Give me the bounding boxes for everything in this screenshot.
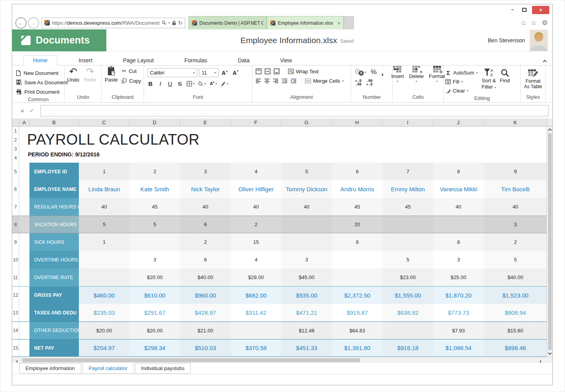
cell-G8[interactable] <box>281 216 332 233</box>
search-icon[interactable] <box>162 20 166 25</box>
comma-style-button[interactable]: , <box>381 70 383 74</box>
cell-F10[interactable]: 4 <box>231 251 281 269</box>
strikethrough-button[interactable]: S <box>177 80 183 87</box>
column-header-G[interactable]: G <box>281 118 332 126</box>
cell-E7[interactable]: 40 <box>180 198 231 216</box>
row-label-12[interactable]: GROSS PAY <box>29 287 79 304</box>
close-button[interactable]: × <box>532 6 549 14</box>
cell-F12[interactable]: $682.00 <box>231 287 281 304</box>
sort-filter-button[interactable]: AZ Sort & Filter ▾ <box>482 68 496 95</box>
cell-K9[interactable]: 2 <box>484 233 547 251</box>
cell-J12[interactable]: $1,870.20 <box>433 287 484 304</box>
cell-D15[interactable]: $298.34 <box>129 339 180 356</box>
cell-G13[interactable]: $471.21 <box>281 304 332 321</box>
cell-H15[interactable]: $1,391.80 <box>332 339 383 356</box>
increase-indent-button[interactable] <box>290 78 297 83</box>
cell-D14[interactable]: $20.00 <box>129 322 180 339</box>
cell-J10[interactable]: 3 <box>433 251 484 269</box>
align-top-button[interactable] <box>255 68 262 74</box>
cell-F7[interactable]: 40 <box>231 198 281 216</box>
cell-H13[interactable]: $915.87 <box>332 304 383 321</box>
row-label-15[interactable]: NET PAY <box>29 339 79 356</box>
cell-I15[interactable]: $916.18 <box>383 339 433 356</box>
align-bottom-button[interactable] <box>273 68 280 74</box>
ribbon-collapse-icon[interactable] <box>543 60 547 64</box>
undo-button[interactable]: ↶ Undo <box>67 66 79 94</box>
vertical-scroll-thumb[interactable] <box>548 133 552 350</box>
cell-E6[interactable]: Nick Taylor <box>180 180 231 198</box>
cell-K12[interactable]: $1,523.00 <box>484 287 547 304</box>
column-header-B[interactable]: B <box>29 118 79 126</box>
cell-G9[interactable] <box>281 233 332 251</box>
bold-button[interactable]: B <box>147 80 154 87</box>
ribbon-tab-data[interactable]: Data <box>228 56 259 65</box>
cell-A7[interactable] <box>19 198 29 216</box>
cell-F5[interactable]: 4 <box>231 163 281 180</box>
cell-J5[interactable]: 8 <box>433 163 484 180</box>
cell-I9[interactable] <box>383 233 433 251</box>
highlight-button[interactable]: ▾ <box>220 81 228 87</box>
cell-H10[interactable] <box>332 251 383 269</box>
row-header-13[interactable]: 13 <box>12 304 19 321</box>
browser-tab-employee-information[interactable]: Employee Information.xlsx × <box>267 16 344 29</box>
scroll-right-icon[interactable]: › <box>539 358 541 364</box>
column-header-J[interactable]: J <box>433 118 484 126</box>
font-family-select[interactable]: Calibri ▾ <box>147 68 197 77</box>
maximize-button[interactable] <box>522 8 527 12</box>
cancel-entry-icon[interactable]: × <box>18 107 27 114</box>
row-label-6[interactable]: EMPLOYEE NAME <box>29 180 79 198</box>
copy-button[interactable]: Copy <box>122 76 141 85</box>
cell-E9[interactable]: 2 <box>180 233 231 251</box>
cell-J9[interactable]: 8 <box>433 233 484 251</box>
cell-C15[interactable]: $204.97 <box>79 339 129 356</box>
row-header-2[interactable]: 2 <box>12 136 19 145</box>
row-label-14[interactable]: OTHER DEDUCTION <box>29 322 79 339</box>
row-label-10[interactable]: OVERTIME HOURS <box>29 251 79 269</box>
cell-E12[interactable]: $960.00 <box>180 287 231 304</box>
formula-input[interactable] <box>40 105 549 116</box>
cell-I13[interactable]: $638.82 <box>383 304 433 321</box>
cell-C5[interactable]: 1 <box>79 163 129 180</box>
cell-K14[interactable]: $15.60 <box>484 322 547 339</box>
cell-K10[interactable]: 5 <box>484 251 547 269</box>
cell-I14[interactable] <box>383 322 433 339</box>
cell-J6[interactable]: Vanessa Mikki <box>433 180 484 198</box>
cell-I6[interactable]: Emmy Milton <box>383 180 433 198</box>
cell-A6[interactable] <box>19 180 29 198</box>
cell-J13[interactable]: $773.73 <box>433 304 484 321</box>
cell-D9[interactable] <box>129 233 180 251</box>
address-dropdown-icon[interactable]: ▾ <box>168 21 170 25</box>
cell-C6[interactable]: Linda Braun <box>79 180 129 198</box>
accounting-format-button[interactable]: € $ ▾ <box>355 69 366 76</box>
cell-I7[interactable]: 45 <box>383 198 433 216</box>
cell-C14[interactable]: $20.00 <box>79 322 129 339</box>
print-document-button[interactable]: ? Print Document <box>15 87 61 96</box>
cell-H14[interactable]: $64.83 <box>332 322 383 339</box>
row-label-9[interactable]: SICK HOURS <box>29 233 79 251</box>
increase-decimal-button[interactable]: +.0.00 <box>355 79 361 86</box>
cell-K7[interactable]: 40 <box>484 198 547 216</box>
row-header-4[interactable]: 4 <box>12 154 19 163</box>
new-document-button[interactable]: New Document <box>15 68 61 78</box>
cell-A13[interactable] <box>19 304 29 321</box>
column-header-D[interactable]: D <box>129 118 180 126</box>
cell-G6[interactable]: Tommy Dickson <box>281 180 332 198</box>
merge-cells-button[interactable]: Merge Cells ▾ <box>305 78 344 84</box>
cell-D8[interactable]: 5 <box>129 216 180 233</box>
scroll-up-icon[interactable] <box>548 129 552 132</box>
cell-J7[interactable]: 40 <box>433 198 484 216</box>
cell-C9[interactable]: 1 <box>79 233 129 251</box>
format-as-table-button[interactable]: Format As Table <box>524 68 542 89</box>
settings-gear-icon[interactable]: ⚙ <box>542 19 548 27</box>
cell-H8[interactable]: 20 <box>332 216 383 233</box>
row-label-13[interactable]: TAXES AND DEDU <box>29 304 79 321</box>
cell-D11[interactable]: $20.00 <box>129 269 180 286</box>
cell-I8[interactable] <box>383 216 433 233</box>
user-avatar[interactable] <box>530 30 548 51</box>
cell-A14[interactable] <box>19 322 29 339</box>
font-color-button[interactable]: A ▾ <box>209 81 217 87</box>
cell-H7[interactable]: 45 <box>332 198 383 216</box>
address-bar[interactable]: https://demos.devexpress.com/RWA/Documen… <box>42 18 185 28</box>
cell-E11[interactable]: $40.00 <box>180 269 231 286</box>
row-header-3[interactable]: 3 <box>12 145 19 154</box>
